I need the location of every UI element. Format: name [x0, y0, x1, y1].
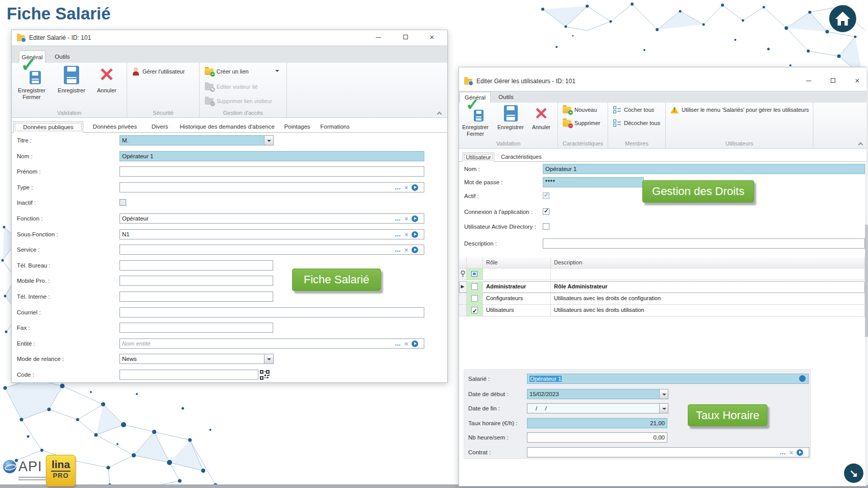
- fax-input[interactable]: [119, 323, 273, 333]
- titre-input[interactable]: M.: [119, 135, 264, 145]
- badge-gestion-droits: Gestion des Droits: [642, 180, 754, 203]
- table-row-configurateurs[interactable]: Configurateurs Utilisateurs avec les dro…: [459, 293, 865, 305]
- maximize-button[interactable]: [824, 75, 841, 87]
- go-icon[interactable]: [797, 449, 803, 456]
- lookup-icon[interactable]: …: [395, 185, 401, 190]
- taux-horaire-input[interactable]: 21,00: [527, 418, 667, 428]
- courriel-input[interactable]: [119, 307, 424, 318]
- description-input[interactable]: [543, 238, 865, 249]
- go-icon[interactable]: [412, 340, 418, 347]
- table-row-administrateur[interactable]: ▶ Administrateur Rôle Administrateur: [459, 281, 865, 293]
- annuler-button[interactable]: ✕ Annuler: [524, 104, 559, 131]
- tab-historique[interactable]: Historique des demandes d'absence: [177, 121, 277, 133]
- date-fin-input[interactable]: / /: [527, 403, 660, 413]
- go-icon[interactable]: [412, 231, 418, 238]
- lookup-icon[interactable]: …: [395, 341, 401, 346]
- inactif-checkbox[interactable]: [119, 199, 126, 206]
- sous-fonction-input[interactable]: N1: [119, 229, 424, 239]
- clear-icon[interactable]: ×: [404, 246, 408, 254]
- collapse-ribbon-icon[interactable]: [858, 142, 862, 146]
- date-fin-dropdown[interactable]: [660, 403, 668, 413]
- home-button[interactable]: [829, 5, 856, 32]
- supprimer-lien-visiteur-button[interactable]: − Supprimer lien visiteur: [205, 96, 272, 106]
- mode-relance-input[interactable]: News: [119, 354, 264, 364]
- lookup-icon[interactable]: …: [395, 232, 401, 237]
- close-button[interactable]: ×: [423, 31, 441, 43]
- nom-input[interactable]: Opérateur 1: [119, 151, 424, 161]
- fonction-input[interactable]: Opérateur: [119, 213, 424, 224]
- minimize-button[interactable]: [370, 31, 387, 43]
- actif-checkbox[interactable]: [543, 192, 549, 199]
- go-icon[interactable]: [412, 247, 418, 253]
- decocher-tous-button[interactable]: Décocher tous: [613, 118, 660, 128]
- column-role[interactable]: Rôle: [483, 257, 551, 269]
- creer-un-lien-button[interactable]: + Créer un lien: [205, 67, 249, 76]
- nb-heure-input[interactable]: 0,00: [527, 432, 667, 443]
- salarie-input[interactable]: Opérateur 1: [527, 374, 809, 384]
- connexion-checkbox[interactable]: [543, 208, 549, 215]
- scrollbar[interactable]: [865, 161, 868, 485]
- supprimer-button[interactable]: − Supprimer: [563, 118, 600, 128]
- table-row-utilisateurs[interactable]: Utilisateurs Utilisateurs avec les droit…: [459, 305, 865, 316]
- tab-pointages[interactable]: Pointages: [281, 121, 313, 133]
- cocher-tous-button[interactable]: Cocher tous: [613, 105, 654, 114]
- mot-de-passe-input[interactable]: ****: [543, 177, 644, 187]
- lookup-icon[interactable]: …: [395, 247, 401, 252]
- gerer-utilisateur-button[interactable]: Gérer l'utilisateur: [132, 67, 185, 76]
- annuler-button[interactable]: ✕ Annuler: [88, 64, 126, 94]
- go-icon[interactable]: [412, 215, 418, 222]
- lookup-icon[interactable]: …: [780, 450, 786, 455]
- ribbon-tab-outils[interactable]: Outils: [495, 92, 517, 103]
- clear-icon[interactable]: ×: [404, 215, 408, 223]
- collapse-ribbon-icon[interactable]: [437, 111, 441, 115]
- mobile-pro-input[interactable]: [119, 276, 273, 286]
- tab-donnees-publiques[interactable]: Données publiques: [13, 121, 83, 133]
- tel-interne-input[interactable]: [119, 291, 273, 302]
- entite-input[interactable]: Nom entité: [119, 338, 424, 349]
- enregistrer-fermer-button[interactable]: ✓ EnregistrerFermer: [13, 64, 51, 101]
- role-checkbox[interactable]: [471, 307, 478, 313]
- clear-icon[interactable]: ×: [404, 231, 408, 238]
- role-checkbox[interactable]: [471, 295, 478, 302]
- go-icon[interactable]: [412, 184, 418, 191]
- filter-button-icon[interactable]: [471, 271, 477, 277]
- clear-icon[interactable]: ×: [789, 449, 793, 456]
- tel-bureau-input[interactable]: [119, 260, 273, 271]
- enregistrer-button[interactable]: Enregistrer: [53, 64, 90, 94]
- tab-formations[interactable]: Formations: [317, 121, 353, 133]
- tab-donnees-privees[interactable]: Données privées: [87, 121, 142, 133]
- clear-icon[interactable]: ×: [404, 184, 408, 191]
- scrollbar-thumb[interactable]: [865, 225, 868, 337]
- contrat-input[interactable]: [527, 447, 809, 457]
- scroll-down-button[interactable]: ↘: [844, 463, 863, 483]
- clear-icon[interactable]: ×: [404, 340, 408, 348]
- tab-caracteristiques[interactable]: Caractéristiques: [497, 153, 545, 162]
- titre-dropdown-button[interactable]: [264, 135, 274, 145]
- close-button[interactable]: ×: [849, 75, 866, 87]
- column-description[interactable]: Description: [551, 257, 865, 269]
- date-debut-input[interactable]: 15/02/2023: [527, 389, 660, 399]
- tab-utilisateur[interactable]: Utilisateur: [463, 153, 494, 162]
- field-sous-fonction: Sous-Fonction : N1 … ×: [12, 229, 447, 239]
- minimize-button[interactable]: [800, 75, 817, 87]
- maximize-button[interactable]: [397, 31, 414, 43]
- type-input[interactable]: [119, 182, 424, 192]
- service-input[interactable]: [119, 245, 424, 255]
- qr-code-icon[interactable]: [260, 370, 270, 380]
- date-debut-dropdown[interactable]: [660, 389, 668, 399]
- go-icon[interactable]: [799, 375, 806, 382]
- ribbon-tab-outils[interactable]: Outils: [51, 51, 74, 63]
- enregistrer-button[interactable]: Enregistrer: [493, 104, 528, 131]
- tab-divers[interactable]: Divers: [147, 121, 173, 133]
- nom-utilisateur-input[interactable]: Opérateur 1: [543, 164, 865, 174]
- lookup-icon[interactable]: …: [395, 216, 401, 221]
- mode-relance-dropdown-button[interactable]: [264, 354, 274, 364]
- dropdown-arrow-icon[interactable]: [275, 70, 279, 72]
- editer-visiteur-lie-button[interactable]: ✎ Editer visiteur lié: [205, 82, 258, 91]
- prenom-input[interactable]: [119, 166, 424, 177]
- role-checkbox[interactable]: [471, 283, 478, 290]
- active-directory-checkbox[interactable]: [543, 223, 549, 230]
- nouveau-button[interactable]: + Nouveau: [563, 105, 597, 114]
- enregistrer-fermer-button[interactable]: ✓ EnregistrerFermer: [457, 104, 493, 137]
- code-input[interactable]: [119, 370, 258, 380]
